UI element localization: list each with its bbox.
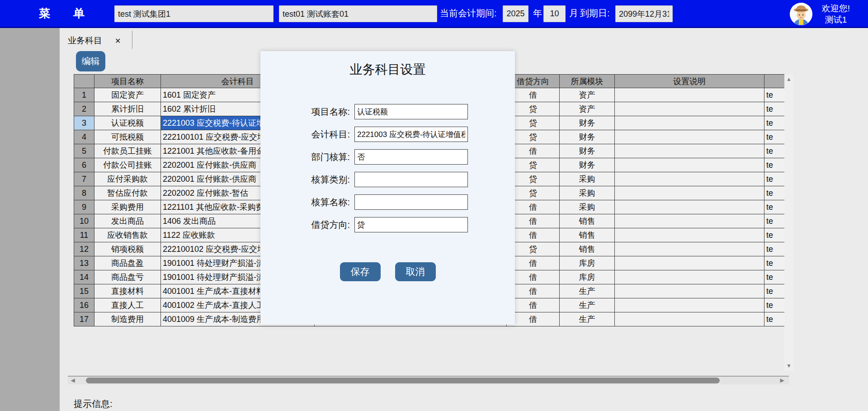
cell-extra[interactable]: te (764, 200, 785, 214)
cell-note[interactable] (615, 144, 764, 158)
cell-row-number[interactable]: 6 (74, 158, 94, 172)
scroll-down-icon[interactable]: ▼ (784, 362, 793, 370)
cell-module[interactable]: 库房 (560, 270, 615, 284)
horizontal-scrollbar[interactable]: ◀ ▶ (68, 376, 789, 384)
field-input[interactable] (354, 217, 468, 232)
cell-extra[interactable]: te (764, 144, 785, 158)
field-input[interactable] (354, 104, 468, 119)
cell-project-name[interactable]: 制造费用 (94, 312, 161, 326)
cell-row-number[interactable]: 1 (74, 88, 94, 102)
cell-extra[interactable]: te (764, 242, 785, 256)
cell-extra[interactable]: te (764, 172, 785, 186)
field-input[interactable] (354, 172, 468, 187)
cell-module[interactable]: 采购 (560, 200, 615, 214)
cell-module[interactable]: 资产 (560, 102, 615, 116)
cell-note[interactable] (615, 186, 764, 200)
cell-module[interactable]: 财务 (560, 116, 615, 130)
cell-row-number[interactable]: 4 (74, 130, 94, 144)
cell-project-name[interactable]: 直接材料 (94, 284, 161, 298)
cell-note[interactable] (615, 284, 764, 298)
cell-project-name[interactable]: 累计折旧 (94, 102, 161, 116)
cell-note[interactable] (615, 312, 764, 326)
cell-row-number[interactable]: 5 (74, 144, 94, 158)
cell-project-name[interactable]: 发出商品 (94, 214, 161, 228)
cell-module[interactable]: 采购 (560, 172, 615, 186)
cell-row-number[interactable]: 13 (74, 256, 94, 270)
cell-note[interactable] (615, 270, 764, 284)
cell-note[interactable] (615, 116, 764, 130)
cell-project-name[interactable]: 固定资产 (94, 88, 161, 102)
cell-extra[interactable]: te (764, 270, 785, 284)
cell-module[interactable]: 销售 (560, 228, 615, 242)
cell-row-number[interactable]: 3 (74, 116, 94, 130)
cell-module[interactable]: 资产 (560, 88, 615, 102)
field-input[interactable] (354, 149, 468, 165)
cell-row-number[interactable]: 15 (74, 284, 94, 298)
month-input[interactable] (543, 5, 566, 22)
cell-project-name[interactable]: 采购费用 (94, 200, 161, 214)
scroll-up-icon[interactable]: ▲ (784, 75, 793, 83)
cell-module[interactable]: 库房 (560, 256, 615, 270)
cell-note[interactable] (615, 130, 764, 144)
save-button[interactable]: 保存 (340, 262, 381, 281)
cell-project-name[interactable]: 暂估应付款 (94, 186, 161, 200)
cell-module[interactable]: 采购 (560, 186, 615, 200)
cell-note[interactable] (615, 256, 764, 270)
horizontal-scroll-thumb[interactable] (86, 378, 720, 383)
cell-extra[interactable]: te (764, 88, 785, 102)
account-set-input[interactable] (279, 5, 437, 22)
cell-extra[interactable]: te (764, 186, 785, 200)
scroll-right-icon[interactable]: ▶ (778, 377, 786, 384)
cell-extra[interactable]: te (764, 214, 785, 228)
cell-row-number[interactable]: 11 (74, 228, 94, 242)
cell-row-number[interactable]: 2 (74, 102, 94, 116)
cell-module[interactable]: 财务 (560, 130, 615, 144)
cell-note[interactable] (615, 158, 764, 172)
cell-extra[interactable]: te (764, 284, 785, 298)
cell-extra[interactable]: te (764, 130, 785, 144)
cell-module[interactable]: 生产 (560, 284, 615, 298)
cell-row-number[interactable]: 16 (74, 298, 94, 312)
cell-row-number[interactable]: 10 (74, 214, 94, 228)
cell-module[interactable]: 财务 (560, 144, 615, 158)
cell-module[interactable]: 销售 (560, 242, 615, 256)
menu-button[interactable]: 菜 单 (39, 0, 94, 27)
cell-note[interactable] (615, 172, 764, 186)
cell-note[interactable] (615, 242, 764, 256)
cell-module[interactable]: 生产 (560, 312, 615, 326)
cell-row-number[interactable]: 17 (74, 312, 94, 326)
cell-module[interactable]: 财务 (560, 158, 615, 172)
cell-note[interactable] (615, 228, 764, 242)
cell-row-number[interactable]: 12 (74, 242, 94, 256)
vertical-scrollbar[interactable]: ▲ ▼ (784, 74, 793, 371)
cell-project-name[interactable]: 可抵税额 (94, 130, 161, 144)
cell-project-name[interactable]: 商品盘盈 (94, 256, 161, 270)
cell-extra[interactable]: te (764, 228, 785, 242)
cell-note[interactable] (615, 214, 764, 228)
cell-note[interactable] (615, 102, 764, 116)
cell-extra[interactable]: te (764, 312, 785, 326)
group-input[interactable] (114, 5, 274, 22)
cell-extra[interactable]: te (764, 298, 785, 312)
scroll-left-icon[interactable]: ◀ (69, 377, 77, 384)
cell-project-name[interactable]: 认证税额 (94, 116, 161, 130)
cell-module[interactable]: 生产 (560, 298, 615, 312)
cell-row-number[interactable]: 7 (74, 172, 94, 186)
cell-row-number[interactable]: 14 (74, 270, 94, 284)
cell-row-number[interactable]: 8 (74, 186, 94, 200)
cell-project-name[interactable]: 销项税额 (94, 242, 161, 256)
cell-project-name[interactable]: 直接人工 (94, 298, 161, 312)
year-input[interactable] (503, 5, 528, 22)
cell-project-name[interactable]: 付款员工挂账 (94, 144, 161, 158)
cell-module[interactable]: 销售 (560, 214, 615, 228)
cell-extra[interactable]: te (764, 116, 785, 130)
cell-note[interactable] (615, 298, 764, 312)
edit-button[interactable]: 编辑 (76, 51, 105, 71)
cell-note[interactable] (615, 88, 764, 102)
field-input[interactable] (354, 127, 468, 142)
cell-project-name[interactable]: 付款公司挂账 (94, 158, 161, 172)
cell-note[interactable] (615, 200, 764, 214)
field-input[interactable] (354, 194, 468, 210)
tab-close-icon[interactable]: ✕ (115, 37, 121, 45)
cell-extra[interactable]: te (764, 158, 785, 172)
